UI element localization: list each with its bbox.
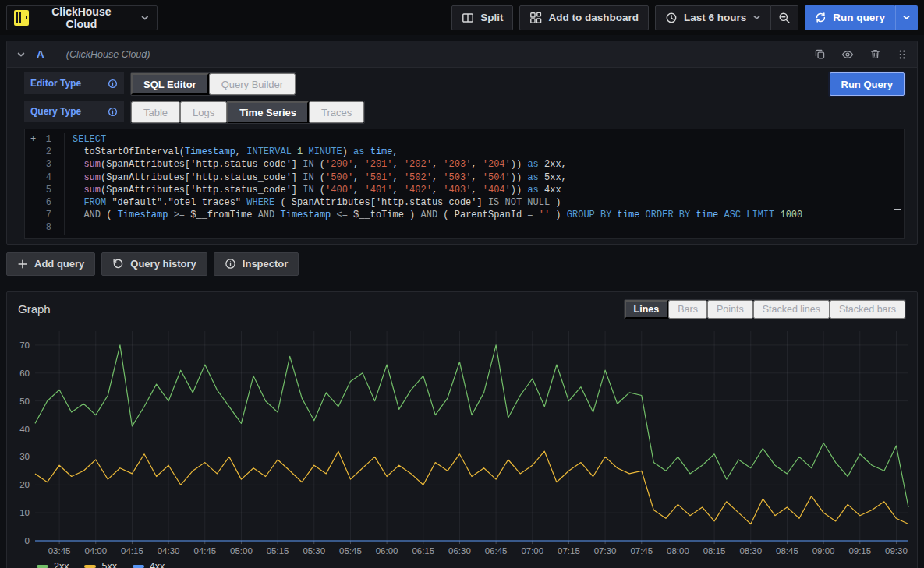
x-axis-tick-label: 08:00 [667,546,689,556]
search-minus-icon [778,12,791,24]
sql-line-2[interactable]: 2 toStartOfInterval(Timestamp, INTERVAL … [25,146,904,158]
query-type-label: Query Type [30,106,81,117]
y-axis-tick-label: 20 [19,480,30,489]
legend-item-4xx[interactable]: 4xx [133,561,165,568]
query-type-option-time-series[interactable]: Time Series [227,101,309,123]
graph-panel-title: Graph [18,302,51,316]
apps-grid-icon [529,12,542,24]
explore-toolbar: ClickHouse Cloud Split Add to dashboard … [0,0,924,35]
run-query-button[interactable]: Run query [805,5,895,30]
x-axis-tick-label: 06:00 [376,546,398,556]
query-type-option-logs[interactable]: Logs [180,101,227,123]
sql-code-text: sum(SpanAttributes['http.status_code'] I… [64,171,904,184]
y-axis-tick-label: 40 [19,424,30,433]
x-axis-tick-label: 07:00 [521,546,543,556]
sql-line-5[interactable]: 5 sum(SpanAttributes['http.status_code']… [25,184,904,196]
graph-panel-header: Graph LinesBarsPointsStacked linesStacke… [7,292,917,322]
query-row-body: Run Query Editor Type SQL EditorQuery Bu… [7,68,917,244]
x-axis-tick-label: 04:15 [121,546,143,556]
graph-chart-area[interactable]: 01020304050607003:4504:0004:1504:3004:45… [7,322,917,568]
sql-code-text: sum(SpanAttributes['http.status_code'] I… [64,158,904,171]
legend-swatch-5xx [84,565,96,568]
legend-label: 5xx [101,561,116,568]
split-icon [462,12,474,24]
run-query-group: Run query [805,5,918,30]
x-axis-tick-label: 05:15 [267,546,289,556]
time-picker-group: Last 6 hours [655,5,798,30]
line-number: 6 [25,196,64,209]
sql-line-6[interactable]: 6 FROM "default"."otel_traces" WHERE ( S… [25,196,904,209]
collapse-chevron-icon[interactable] [16,50,26,59]
sql-code-editor[interactable]: +1SELECT2 toStartOfInterval(Timestamp, I… [24,129,905,239]
datasource-label: ClickHouse Cloud [36,5,126,30]
y-axis-tick-label: 60 [19,368,30,377]
graph-style-option-lines[interactable]: Lines [625,300,669,319]
clickhouse-logo-icon [14,10,29,26]
query-row-header[interactable]: A (ClickHouse Cloud) [7,41,917,68]
sql-code-text: toStartOfInterval(Timestamp, INTERVAL 1 … [64,146,904,158]
info-circle-icon[interactable] [108,107,118,117]
x-axis-tick-label: 04:30 [158,546,180,556]
legend-label: 4xx [150,561,165,568]
explore-page: ClickHouse Cloud Split Add to dashboard … [0,0,924,568]
editor-type-option-query-builder[interactable]: Query Builder [209,73,296,95]
split-button[interactable]: Split [451,5,513,30]
line-number: 5 [25,184,64,196]
sql-line-7[interactable]: 7 AND ( Timestamp >= $__fromTime AND Tim… [25,209,904,221]
legend-label: 2xx [54,561,69,568]
run-query-dropdown[interactable] [895,5,918,30]
sql-line-4[interactable]: 4 sum(SpanAttributes['http.status_code']… [25,171,904,184]
x-axis-tick-label: 07:45 [630,546,653,556]
query-datasource-hint: (ClickHouse Cloud) [66,49,150,60]
query-row-actions [814,48,908,61]
query-history-button[interactable]: Query history [101,252,207,276]
legend-item-2xx[interactable]: 2xx [37,561,69,568]
editor-type-option-sql-editor[interactable]: SQL Editor [131,73,209,95]
toolbar-actions: Split Add to dashboard Last 6 hours [451,5,918,30]
time-range-picker[interactable]: Last 6 hours [655,5,771,30]
x-axis-tick-label: 06:30 [448,546,471,556]
add-to-dashboard-button[interactable]: Add to dashboard [519,5,649,30]
sql-line-1[interactable]: +1SELECT [25,133,904,146]
line-number: 7 [25,209,64,221]
graph-style-option-stacked-bars[interactable]: Stacked bars [830,300,905,319]
x-axis-tick-label: 08:15 [703,546,726,556]
add-to-dashboard-label: Add to dashboard [548,12,639,23]
graph-canvas[interactable]: 01020304050607003:4504:0004:1504:3004:45… [12,322,914,556]
graph-style-option-points[interactable]: Points [707,300,753,319]
editor-type-label: Editor Type [30,78,81,89]
editor-type-radio-group: SQL EditorQuery Builder [130,72,296,96]
legend-item-5xx[interactable]: 5xx [84,561,116,568]
series-line-2xx[interactable] [35,345,908,507]
query-type-option-table[interactable]: Table [131,101,180,123]
zoom-out-time-button[interactable] [771,5,798,30]
duplicate-query-icon[interactable] [814,48,826,60]
x-axis-tick-label: 06:15 [412,546,434,556]
delete-query-trash-icon[interactable] [869,48,881,60]
info-circle-icon[interactable] [108,79,118,89]
hide-query-eye-icon[interactable] [841,48,854,61]
graph-panel: Graph LinesBarsPointsStacked linesStacke… [6,291,918,568]
graph-style-option-stacked-lines[interactable]: Stacked lines [753,300,830,319]
sql-line-3[interactable]: 3 sum(SpanAttributes['http.status_code']… [25,158,904,171]
x-axis-tick-label: 05:45 [339,546,362,556]
sql-code-text [64,221,904,234]
datasource-picker[interactable]: ClickHouse Cloud [6,5,158,30]
x-axis-tick-label: 08:30 [739,546,762,556]
graph-style-option-bars[interactable]: Bars [668,300,707,319]
sync-icon [815,12,827,23]
x-axis-tick-label: 09:30 [885,546,908,556]
query-type-option-traces[interactable]: Traces [309,101,364,123]
x-axis-tick-label: 05:30 [303,546,325,556]
add-line-plus-icon[interactable]: + [30,133,36,146]
graph-style-radio-group: LinesBarsPointsStacked linesStacked bars [624,299,906,319]
editor-run-query-button[interactable]: Run Query [830,72,905,96]
add-query-button[interactable]: Add query [6,252,95,276]
drag-handle-icon[interactable] [897,49,908,60]
chevron-down-icon [902,13,911,22]
line-number: 4 [25,171,64,184]
sql-line-8[interactable]: 8 [25,221,904,234]
inspector-button[interactable]: Inspector [214,252,299,276]
y-axis-tick-label: 30 [19,452,30,461]
chevron-down-icon [752,13,761,22]
